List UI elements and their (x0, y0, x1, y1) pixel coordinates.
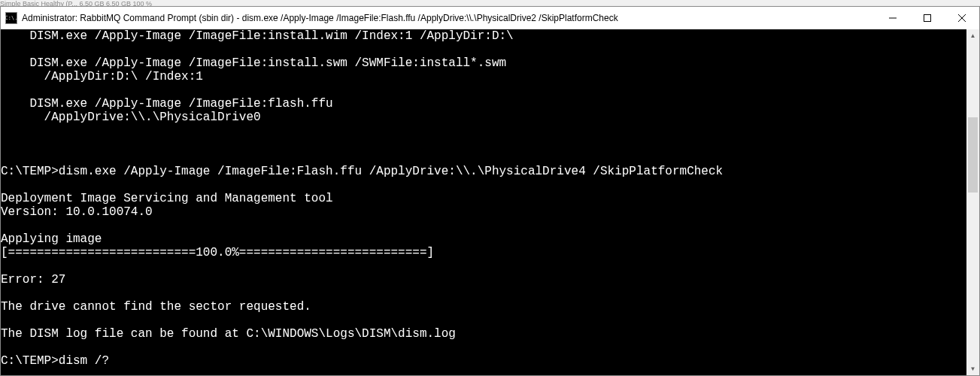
scrollbar-track[interactable] (966, 42, 979, 362)
maximize-button[interactable] (910, 7, 945, 29)
terminal-container: DISM.exe /Apply-Image /ImageFile:install… (1, 29, 979, 375)
background-window-hint: Simple Basic Healthy (P... 6.50 GB 6.50 … (0, 0, 980, 6)
scrollbar-thumb[interactable] (968, 117, 978, 193)
scrollbar-down-arrow-icon[interactable]: ▼ (966, 362, 979, 375)
minimize-button[interactable] (875, 7, 910, 29)
window-controls (875, 7, 979, 29)
close-button[interactable] (945, 7, 979, 29)
scrollbar-up-arrow-icon[interactable]: ▲ (966, 29, 979, 42)
terminal-output[interactable]: DISM.exe /Apply-Image /ImageFile:install… (1, 29, 966, 375)
window-title: Administrator: RabbitMQ Command Prompt (… (22, 13, 875, 23)
titlebar[interactable]: C:\. Administrator: RabbitMQ Command Pro… (1, 7, 979, 29)
vertical-scrollbar[interactable]: ▲ ▼ (966, 29, 979, 375)
svg-rect-1 (924, 15, 931, 22)
cmd-icon-text: C:\. (5, 16, 18, 21)
cmd-icon: C:\. (5, 12, 17, 24)
command-prompt-window: C:\. Administrator: RabbitMQ Command Pro… (0, 6, 980, 376)
